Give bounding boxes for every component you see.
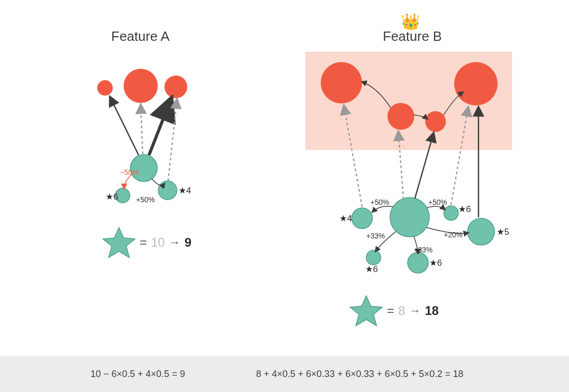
node-b-center [390, 198, 429, 237]
label-b-bl: ★6 [365, 264, 378, 275]
score-b-old: 8 [398, 304, 405, 318]
edge-b-to-tl [372, 206, 393, 212]
node-b-child-tr [444, 206, 458, 220]
crown-icon: 👑 [401, 12, 420, 31]
node-a-top2 [124, 69, 158, 103]
title-feature-a: Feature A [111, 28, 170, 44]
svg-marker-0 [103, 228, 135, 258]
label-a-star-left: ★6 [106, 191, 118, 202]
node-a-child-right [158, 181, 177, 200]
label-a-star-right: ★4 [178, 185, 191, 196]
footer-bar: 10 − 6×0.5 + 4×0.5 = 9 8 + 4×0.5 + 6×0.3… [0, 356, 569, 392]
label-b-br: ★6 [429, 258, 442, 268]
node-a-top1 [97, 80, 113, 96]
score-line-b: = 8 → 18 [387, 304, 439, 318]
label-b-tr: ★6 [458, 204, 471, 215]
edge-a-to-right-child [152, 178, 164, 185]
edge-a-to-top3-thick [149, 100, 171, 155]
arrow-a-icon: → [169, 236, 181, 249]
score-a-old: 10 [151, 235, 165, 250]
equals-b: = [387, 304, 394, 318]
highlight-box [305, 52, 512, 150]
label-b-pct-bl: +33% [366, 232, 385, 240]
node-b-child-r [468, 218, 495, 245]
label-a-neg: −50% [120, 168, 139, 176]
label-b-r: ★5 [497, 227, 509, 237]
label-b-pct-r: +20% [444, 231, 462, 239]
edge-a-to-top2 [141, 105, 143, 154]
label-a-pos: +50% [136, 195, 155, 204]
title-feature-b: Feature B [383, 28, 442, 44]
label-b-pct-tr: +50% [428, 198, 447, 206]
star-icon-a [103, 228, 135, 258]
score-a-new: 9 [185, 235, 191, 250]
arrow-b-icon: → [409, 304, 421, 318]
label-b-pct-br: +33% [414, 246, 432, 254]
score-line-a: = 10 → 9 [140, 235, 191, 250]
node-b-child-tl [352, 208, 372, 229]
calc-b: 8 + 4×0.5 + 6×0.33 + 6×0.33 + 6×0.5 + 5×… [256, 369, 463, 380]
edge-a-to-top1 [110, 97, 139, 155]
diagram-stage: Feature A Feature B 👑 [0, 0, 569, 392]
label-b-pct-tl: +50% [370, 198, 389, 206]
svg-marker-1 [350, 296, 382, 326]
label-b-tl: ★4 [339, 213, 352, 224]
node-b-child-bl [366, 250, 381, 265]
node-b-child-br [408, 252, 428, 273]
calc-a: 10 − 6×0.5 + 4×0.5 = 9 [91, 369, 185, 380]
star-icon-b [350, 296, 382, 326]
edge-b-to-tr [427, 206, 445, 209]
edge-a-right-to-top3 [168, 100, 177, 181]
equals-a: = [140, 235, 147, 250]
node-a-top3 [164, 76, 187, 98]
score-b-new: 18 [425, 304, 439, 318]
